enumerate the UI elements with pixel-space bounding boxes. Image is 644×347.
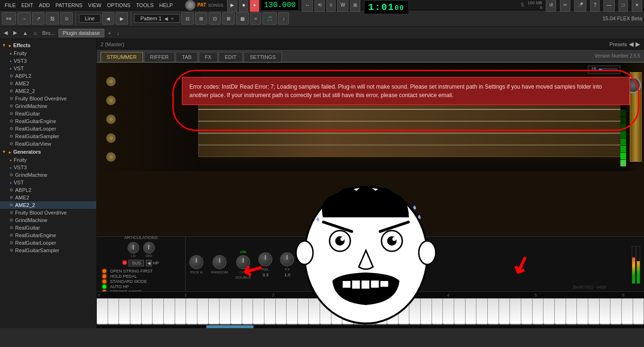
white-key[interactable] [510, 298, 521, 325]
pattern-prev[interactable]: ◀ [164, 16, 168, 21]
tb2-icon-6[interactable]: ≈ [250, 12, 262, 25]
white-key[interactable] [342, 298, 354, 325]
piano-scroll-thumb[interactable] [206, 325, 254, 328]
white-key[interactable] [555, 298, 566, 325]
white-key[interactable] [175, 298, 186, 325]
white-key[interactable] [276, 298, 287, 325]
icon-btn-1[interactable]: ↺ [546, 0, 556, 12]
white-key[interactable] [197, 298, 209, 325]
fx-knob[interactable] [280, 252, 294, 266]
stop-button[interactable]: ■ [239, 0, 248, 12]
piano-scrollbar[interactable] [97, 325, 644, 328]
nav-back[interactable]: ◀ [2, 29, 9, 37]
tb2-icon-4[interactable]: ⊠ [222, 12, 235, 25]
tab-strummer[interactable]: STRUMMER [101, 52, 143, 62]
info-btn[interactable]: ⊙ [60, 12, 73, 25]
tb2-icon-8[interactable]: ↓ [278, 12, 289, 25]
white-key[interactable] [331, 298, 343, 325]
white-key[interactable] [186, 298, 197, 325]
sidebar-item-gen-ame2[interactable]: ⚙ AME2 [0, 194, 96, 201]
white-key[interactable] [376, 298, 387, 325]
capo-knob[interactable] [368, 252, 382, 266]
white-key[interactable] [533, 298, 544, 325]
menu-view[interactable]: VIEW [85, 1, 104, 9]
transport-icon-2[interactable]: ⟲ [314, 0, 325, 12]
menu-file[interactable]: FILE [2, 1, 18, 9]
white-key[interactable] [119, 298, 130, 325]
pattern-selector[interactable]: Pattern 1 ◀ + [134, 14, 179, 23]
skip-btn[interactable]: ↗ [32, 12, 44, 25]
icon-btn-2[interactable]: ✂ [560, 0, 570, 12]
ls-knob[interactable] [127, 242, 139, 254]
nav-home[interactable]: ⌂ [32, 29, 39, 37]
white-key[interactable] [588, 298, 600, 325]
sidebar-item-effects-grind[interactable]: ⚙ GrindMachine [0, 102, 96, 110]
white-key[interactable] [108, 298, 119, 325]
fade-in-knob[interactable] [324, 252, 338, 266]
white-key[interactable] [242, 298, 254, 325]
pattern-next[interactable]: + [171, 16, 174, 21]
white-key[interactable] [499, 298, 510, 325]
presets-prev[interactable]: ◀ [629, 41, 634, 48]
tb2-icon-1[interactable]: ⊟ [181, 12, 194, 25]
line-selector[interactable]: Line [79, 14, 101, 23]
sidebar-item-effects-rge[interactable]: ⚙ RealGuitarEngine [0, 117, 96, 125]
tb2-icon-3[interactable]: ⊡ [209, 12, 221, 25]
nav-up[interactable]: ▲ [21, 29, 30, 37]
white-key[interactable] [320, 298, 331, 325]
line-next[interactable]: ▶ [116, 12, 128, 25]
window-maximize[interactable]: □ [619, 0, 628, 12]
white-key[interactable] [600, 298, 611, 325]
menu-help[interactable]: HELP [156, 1, 176, 9]
white-key[interactable] [443, 298, 454, 325]
sidebar-item-effects-vst3[interactable]: ⬥ VST3 [0, 57, 96, 65]
white-key[interactable] [130, 298, 142, 325]
sidebar-item-gen-fbo[interactable]: ⚙ Fruity Blood Overdrive [0, 209, 96, 216]
play-button[interactable]: ▶ [227, 0, 237, 12]
sidebar-item-gen-grind[interactable]: ⚙ GrindMachine [0, 171, 96, 179]
transport-icon-3[interactable]: ⁞⁞ [326, 0, 336, 12]
sidebar-item-gen-rgs[interactable]: ⚙ RealGuitarSampler [0, 247, 96, 254]
transport-icon-4[interactable]: W [337, 0, 348, 12]
menu-edit[interactable]: EDIT [18, 1, 36, 9]
window-minimize[interactable]: — [603, 0, 615, 12]
white-key[interactable] [398, 298, 410, 325]
white-key[interactable] [543, 298, 555, 325]
sidebar-item-effects-rgs[interactable]: ⚙ RealGuitarSampler [0, 132, 96, 140]
start-knob[interactable] [346, 252, 360, 266]
white-key[interactable] [387, 298, 398, 325]
sidebar-item-gen-vst3[interactable]: ⬥ VST3 [0, 164, 96, 171]
sidebar-item-gen-grind2[interactable]: ⚙ GrindMachine [0, 216, 96, 224]
white-key[interactable] [610, 298, 622, 325]
sio-knob[interactable] [143, 242, 155, 254]
sidebar-item-effects-ame22[interactable]: ⚙ AME2_2 [0, 87, 96, 95]
sidebar-item-effects-abpl2[interactable]: ⚙ ABPL2 [0, 72, 96, 80]
fsr-knob[interactable] [302, 252, 316, 266]
sus-button[interactable]: SUS [128, 260, 144, 266]
piano-keys-container[interactable] [97, 298, 644, 325]
browser-add[interactable]: + [106, 29, 113, 37]
white-key[interactable] [309, 298, 320, 325]
sidebar-item-effects-fruity[interactable]: ⬥ Fruity [0, 50, 96, 57]
white-key[interactable] [264, 298, 276, 325]
tab-edit[interactable]: EDIT [219, 52, 243, 62]
plugin-db-button[interactable]: Plugin database [59, 29, 104, 37]
link-btn[interactable]: ⛓ [46, 12, 59, 25]
white-key[interactable] [488, 298, 499, 325]
white-key[interactable] [622, 298, 633, 325]
white-key[interactable] [432, 298, 443, 325]
tab-fx[interactable]: FX [199, 52, 218, 62]
white-key[interactable] [231, 298, 242, 325]
icon-btn-3[interactable]: 🎤 [574, 0, 586, 12]
hp-prev[interactable]: ◀ [146, 260, 152, 266]
white-key[interactable] [577, 298, 588, 325]
double-knob[interactable] [236, 255, 250, 269]
sidebar-item-gen-vst[interactable]: ⬥ VST [0, 179, 96, 186]
white-key[interactable] [298, 298, 309, 325]
rel-knob[interactable] [258, 252, 272, 266]
playlist-btn[interactable]: ≡≡ [2, 12, 16, 25]
menu-options[interactable]: OPTIONS [104, 1, 134, 9]
white-key[interactable] [209, 298, 220, 325]
presets-next[interactable]: ▶ [636, 41, 640, 48]
tab-riffer[interactable]: RIFFER [144, 52, 175, 62]
